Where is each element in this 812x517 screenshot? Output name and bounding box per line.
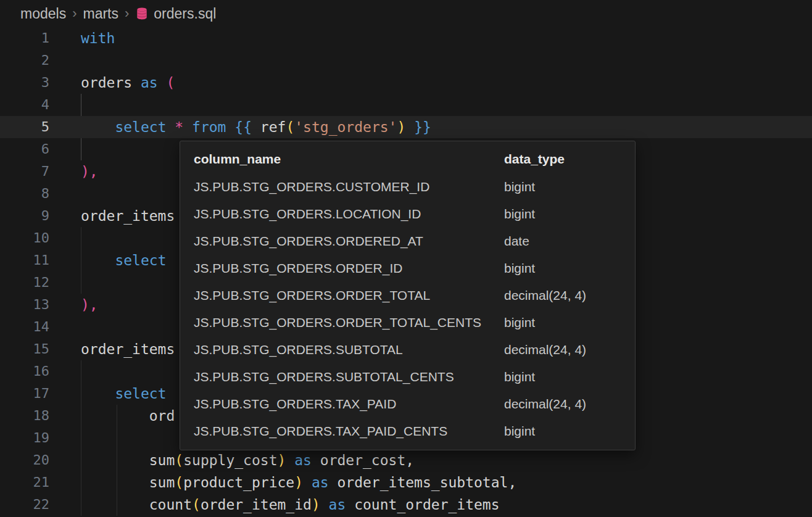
breadcrumb-separator: › [125, 6, 129, 22]
popup-header-row: column_name data_type [180, 145, 635, 173]
line-number: 9 [0, 205, 49, 227]
column-name-cell: JS.PUB.STG_ORDERS.TAX_PAID [180, 397, 504, 412]
column-info-row: JS.PUB.STG_ORDERS.TAX_PAIDdecimal(24, 4) [180, 391, 635, 418]
line-number: 8 [0, 183, 49, 205]
line-number: 20 [0, 449, 49, 471]
popup-rows: JS.PUB.STG_ORDERS.CUSTOMER_IDbigintJS.PU… [180, 173, 635, 445]
code-token: ), [81, 297, 98, 313]
code-line-text: ), [81, 160, 98, 183]
line-number: 10 [0, 227, 49, 249]
line-number: 17 [0, 383, 49, 405]
code-token: order_item_id [201, 497, 312, 513]
column-name-cell: JS.PUB.STG_ORDERS.ORDER_TOTAL [180, 288, 504, 303]
column-info-row: JS.PUB.STG_ORDERS.ORDER_IDbigint [180, 255, 635, 282]
code-line-1[interactable]: 1with [0, 27, 812, 49]
code-token: {{ [234, 119, 252, 135]
line-number: 22 [0, 494, 49, 516]
code-token: order_items [81, 208, 175, 224]
code-token: ord [81, 408, 175, 424]
code-token: sum [81, 474, 175, 490]
line-number: 14 [0, 316, 49, 338]
code-token: ) [397, 119, 405, 135]
code-line-text: ), [81, 294, 98, 316]
code-line-2[interactable]: 2 [0, 49, 812, 72]
code-line-22[interactable]: 22 count(order_item_id) as count_order_i… [0, 494, 812, 516]
code-token: count [81, 497, 192, 513]
code-token [166, 119, 175, 135]
code-token: 'stg_orders' [294, 119, 397, 135]
column-info-row: JS.PUB.STG_ORDERS.ORDER_TOTAL_CENTSbigin… [180, 309, 635, 336]
code-token: ( [175, 452, 183, 468]
code-token: as [329, 497, 346, 513]
code-line-text: order_items [81, 205, 175, 227]
code-token: count_order_items [346, 497, 499, 513]
code-line-21[interactable]: 21 sum(product_price) as order_items_sub… [0, 471, 812, 494]
column-info-row: JS.PUB.STG_ORDERS.SUBTOTALdecimal(24, 4) [180, 336, 635, 363]
code-token [286, 452, 294, 468]
code-line-5[interactable]: 5 select * from {{ ref('stg_orders') }} [0, 116, 812, 138]
data-type-cell: decimal(24, 4) [504, 288, 635, 303]
breadcrumb-item-marts[interactable]: marts [83, 6, 118, 22]
column-name-cell: JS.PUB.STG_ORDERS.SUBTOTAL [180, 342, 504, 357]
data-type-cell: bigint [504, 315, 635, 330]
data-type-cell: bigint [504, 424, 635, 439]
line-number: 11 [0, 249, 49, 271]
code-line-4[interactable]: 4 [0, 94, 812, 116]
breadcrumb-separator: › [72, 6, 77, 22]
code-token [405, 119, 414, 135]
column-info-row: JS.PUB.STG_ORDERS.CUSTOMER_IDbigint [180, 173, 635, 201]
column-info-row: JS.PUB.STG_ORDERS.TAX_PAID_CENTSbigint [180, 418, 635, 445]
database-icon [135, 7, 149, 20]
code-token: ( [286, 119, 294, 135]
data-type-cell: decimal(24, 4) [504, 397, 635, 412]
code-line-text: order_items [81, 338, 175, 360]
code-line-text: with [81, 27, 115, 49]
column-info-row: JS.PUB.STG_ORDERS.SUBTOTAL_CENTSbigint [180, 363, 635, 391]
code-token: ) [278, 452, 286, 468]
code-line-text: ord [81, 405, 175, 427]
breadcrumb-item-models[interactable]: models [20, 6, 66, 22]
line-number: 16 [0, 360, 49, 383]
code-token [81, 252, 115, 268]
code-token: orders [81, 75, 141, 91]
column-info-row: JS.PUB.STG_ORDERS.ORDER_TOTALdecimal(24,… [180, 282, 635, 309]
code-token: as [294, 452, 312, 468]
data-type-cell: decimal(24, 4) [504, 342, 635, 357]
breadcrumb-item-file[interactable]: orders.sql [154, 6, 216, 22]
code-token: select [115, 386, 166, 402]
line-number: 19 [0, 427, 49, 449]
data-type-cell: bigint [504, 207, 635, 221]
code-line-text: orders as ( [81, 72, 175, 94]
line-number: 15 [0, 338, 49, 360]
column-preview-popup: column_name data_type JS.PUB.STG_ORDERS.… [180, 141, 636, 450]
code-line-3[interactable]: 3orders as ( [0, 72, 812, 94]
code-token: ) [312, 497, 320, 513]
code-token: ( [192, 497, 201, 513]
code-token: * [175, 119, 183, 135]
code-token [320, 497, 329, 513]
line-number: 21 [0, 471, 49, 494]
code-token: select [115, 252, 166, 268]
data-type-cell: bigint [504, 261, 635, 276]
code-line-20[interactable]: 20 sum(supply_cost) as order_cost, [0, 449, 812, 471]
line-number: 6 [0, 138, 49, 160]
code-token: ) [294, 474, 303, 490]
code-line-text: select [81, 249, 166, 271]
code-token: order_items [81, 341, 175, 357]
column-name-cell: JS.PUB.STG_ORDERS.ORDER_ID [180, 261, 504, 276]
column-name-cell: JS.PUB.STG_ORDERS.CUSTOMER_ID [180, 180, 504, 194]
code-token: }} [414, 119, 431, 135]
data-type-cell: date [504, 234, 635, 249]
column-name-cell: JS.PUB.STG_ORDERS.SUBTOTAL_CENTS [180, 370, 504, 384]
code-token [226, 119, 234, 135]
line-number: 18 [0, 405, 49, 427]
line-number: 7 [0, 160, 49, 183]
breadcrumb: models › marts › orders.sql [0, 0, 812, 27]
code-line-text: sum(supply_cost) as order_cost, [81, 449, 414, 471]
code-token: product_price [183, 474, 294, 490]
code-token: as [141, 75, 158, 91]
popup-header-column-name: column_name [180, 152, 504, 167]
code-token: as [312, 474, 329, 490]
line-number: 4 [0, 94, 49, 116]
line-number: 3 [0, 72, 49, 94]
